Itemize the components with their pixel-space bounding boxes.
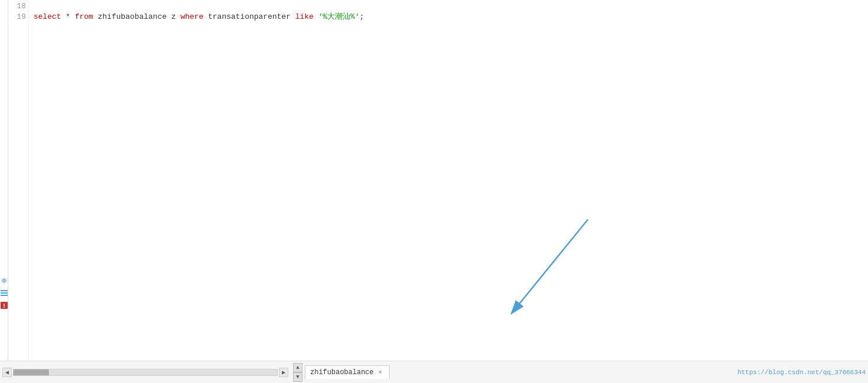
svg-line-7: [511, 219, 588, 314]
sql-space2: [314, 12, 318, 21]
left-sidebar: !: [0, 0, 8, 361]
svg-point-0: [3, 279, 5, 282]
bottom-link[interactable]: https://blog.csdn.net/qq_37666344: [737, 369, 866, 376]
scroll-left-button[interactable]: ◀: [2, 368, 12, 377]
line-numbers: 18 19: [8, 0, 29, 361]
gear-icon[interactable]: [0, 275, 8, 286]
sql-column: transationparenter: [204, 12, 295, 21]
tab-bar: zhifubaobalance ×: [305, 365, 390, 379]
keyword-where: where: [181, 12, 204, 21]
sql-string-value: '%大潮汕%': [318, 12, 360, 21]
svg-rect-2: [1, 292, 8, 294]
scroll-right-button[interactable]: ▶: [279, 368, 288, 377]
tab-label: zhifubaobalance: [310, 368, 374, 377]
scrollbar-thumb[interactable]: [14, 369, 49, 375]
list-icon[interactable]: [0, 288, 8, 298]
bottom-left: ◀ ▶ ▲ ▼ zhifubaobalance ×: [2, 363, 390, 382]
code-line-18: [34, 1, 863, 12]
sql-space: *: [61, 12, 75, 21]
sql-semicolon: ;: [360, 12, 364, 21]
vscroll-buttons: ▲ ▼: [293, 363, 302, 382]
annotation-arrow: [382, 214, 629, 331]
sql-table-name: zhifubaobalance z: [93, 12, 180, 21]
svg-rect-3: [1, 295, 8, 296]
code-line-19: select * from zhifubaobalance z where tr…: [34, 12, 863, 22]
keyword-from: from: [75, 12, 93, 21]
horizontal-scrollbar[interactable]: ◀ ▶: [2, 368, 288, 377]
line-number-18: 18: [8, 1, 26, 12]
editor-area: ! 18 19 select * from zhifubaobalance z …: [0, 0, 868, 361]
bottom-bar: ◀ ▶ ▲ ▼ zhifubaobalance × https://blog.c…: [0, 361, 868, 383]
arrow-overlay: [29, 0, 868, 343]
vscroll-down-button[interactable]: ▼: [293, 372, 302, 382]
error-icon[interactable]: !: [0, 300, 8, 311]
tab-zhifubaobalance[interactable]: zhifubaobalance ×: [305, 365, 390, 379]
code-container: 18 19 select * from zhifubaobalance z wh…: [8, 0, 868, 361]
svg-text:!: !: [2, 303, 6, 309]
keyword-select: select: [34, 12, 61, 21]
svg-rect-1: [1, 290, 8, 291]
line-number-19: 19: [8, 12, 26, 22]
code-content[interactable]: select * from zhifubaobalance z where tr…: [29, 0, 868, 361]
keyword-like: like: [295, 12, 314, 21]
vscroll-up-button[interactable]: ▲: [293, 363, 302, 372]
tab-close-button[interactable]: ×: [376, 368, 384, 377]
scrollbar-track[interactable]: [13, 369, 278, 376]
